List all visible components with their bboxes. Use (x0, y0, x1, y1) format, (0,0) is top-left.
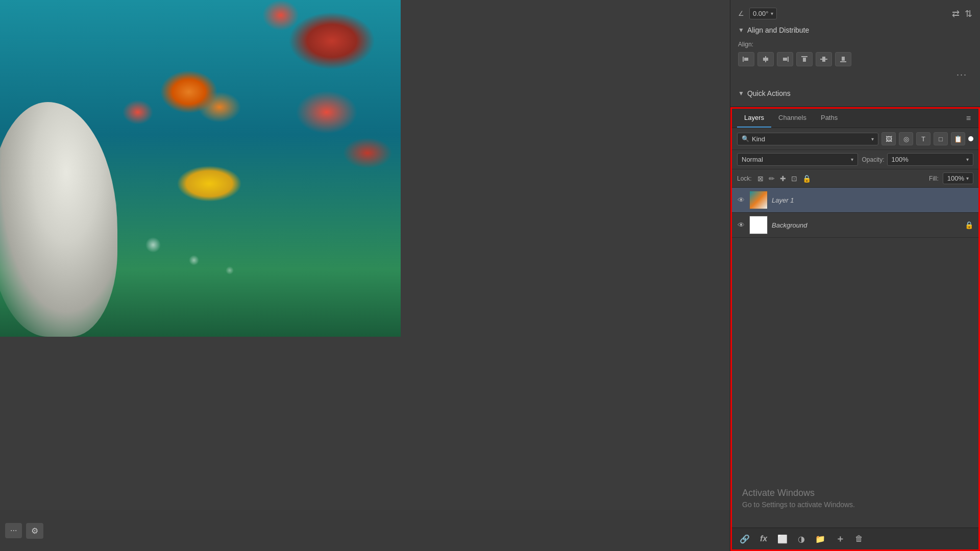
fill-label: Fill: (929, 175, 939, 182)
background-thumbnail (749, 216, 768, 234)
angle-row: ∠ 0.00° ▾ ⇄ ⇅ (730, 5, 980, 22)
filter-kind-text: Kind (752, 135, 765, 143)
angle-value: 0.00° (753, 10, 769, 17)
angle-dropdown-arrow: ▾ (771, 11, 773, 16)
filter-type-button[interactable]: T (916, 132, 930, 145)
align-label: Align: (738, 41, 972, 48)
filter-smartobj-button[interactable]: 📋 (951, 132, 965, 145)
lock-fill-row: Lock: ⊠ ✏ ✚ ⊡ 🔒 Fill: 100% ▾ (732, 169, 978, 188)
blend-mode-dropdown[interactable]: Normal ▾ (737, 153, 858, 166)
filter-adjustment-button[interactable]: ◎ (899, 132, 913, 145)
fill-arrow: ▾ (966, 176, 969, 181)
layer1-visibility-icon[interactable]: 👁 (737, 196, 745, 204)
svg-rect-9 (822, 57, 825, 62)
angle-icon: ∠ (738, 10, 744, 17)
activate-windows-line2: Go to Settings to activate Windows. (742, 500, 855, 509)
blend-mode-arrow: ▾ (851, 157, 853, 162)
new-layer-button[interactable]: ＋ (833, 531, 847, 546)
add-mask-button[interactable]: ⬜ (775, 533, 790, 545)
quick-actions-header[interactable]: ▼ Quick Actions (730, 85, 980, 102)
lock-artboard-button[interactable]: ⊡ (790, 173, 799, 184)
layer1-thumb-image (750, 191, 767, 209)
opacity-value: 100% (892, 156, 909, 163)
tab-paths[interactable]: Paths (814, 109, 845, 128)
layers-list: 👁 Layer 1 👁 Background 🔒 (732, 188, 978, 528)
lock-transparency-button[interactable]: ⊠ (756, 173, 765, 184)
opacity-arrow: ▾ (966, 157, 969, 162)
fill-input[interactable]: 100% ▾ (943, 172, 973, 184)
filter-active-indicator (968, 136, 973, 141)
angle-input[interactable]: 0.00° ▾ (749, 8, 777, 19)
layer-item-background[interactable]: 👁 Background 🔒 (732, 213, 978, 238)
lock-position-button[interactable]: ✚ (778, 173, 788, 184)
filter-kind-dropdown[interactable]: 🔍 Kind ▾ (737, 133, 878, 145)
lock-label: Lock: (737, 175, 752, 182)
svg-rect-0 (743, 57, 744, 62)
background-thumb-image (750, 216, 767, 234)
layer1-thumbnail (749, 191, 768, 209)
align-more-button[interactable]: ··· (951, 68, 972, 81)
flip-horizontal-icon[interactable]: ⇄ (952, 8, 960, 19)
svg-rect-5 (783, 58, 787, 61)
align-left-button[interactable] (738, 52, 754, 66)
activate-windows-watermark: Activate Windows Go to Settings to activ… (742, 488, 855, 509)
tab-layers[interactable]: Layers (737, 109, 771, 128)
layers-bottom-toolbar: 🔗 fx ⬜ ◑ 📁 ＋ 🗑 (732, 528, 978, 549)
svg-rect-6 (801, 56, 807, 57)
properties-panel: ∠ 0.00° ▾ ⇄ ⇅ ▼ Align and Distribute Ali… (730, 0, 980, 107)
svg-rect-1 (744, 58, 748, 61)
layers-panel-menu-button[interactable]: ≡ (964, 111, 973, 126)
background-name: Background (772, 221, 961, 229)
flip-vertical-icon[interactable]: ⇅ (965, 8, 972, 19)
align-distribute-header[interactable]: ▼ Align and Distribute (730, 22, 980, 38)
tab-channels[interactable]: Channels (771, 109, 814, 128)
align-top-button[interactable] (796, 52, 813, 66)
filter-pixel-button[interactable]: 🖼 (881, 132, 896, 145)
opacity-label: Opacity: (862, 156, 885, 163)
fill-value: 100% (947, 174, 964, 182)
lock-image-button[interactable]: ✏ (767, 173, 776, 184)
background-visibility-icon[interactable]: 👁 (737, 221, 745, 229)
link-layers-button[interactable]: 🔗 (737, 533, 752, 545)
canvas-bottom-bar: ··· ⚙ (0, 510, 730, 551)
align-distribute-title: Align and Distribute (747, 26, 809, 34)
lock-icons: ⊠ ✏ ✚ ⊡ 🔒 (756, 173, 813, 184)
svg-rect-7 (803, 58, 806, 62)
quick-actions-chevron: ▼ (738, 90, 744, 97)
svg-rect-3 (763, 58, 768, 61)
layers-panel: Layers Channels Paths ≡ 🔍 Kind ▾ 🖼 ◎ T □… (730, 107, 980, 551)
background-lock-icon: 🔒 (965, 221, 973, 229)
blend-mode-value: Normal (742, 156, 763, 163)
activate-windows-line1: Activate Windows (742, 488, 855, 498)
align-section: Align: (730, 38, 980, 85)
svg-rect-11 (842, 57, 845, 61)
blend-opacity-row: Normal ▾ Opacity: 100% ▾ (732, 150, 978, 169)
align-right-button[interactable] (777, 52, 793, 66)
canvas-ellipsis-button[interactable]: ··· (5, 523, 22, 538)
align-buttons-row (738, 52, 972, 66)
add-adjustment-button[interactable]: ◑ (795, 533, 807, 545)
svg-rect-10 (840, 61, 846, 62)
canvas-area: ··· ⚙ (0, 0, 730, 551)
add-group-button[interactable]: 📁 (813, 533, 828, 545)
filter-icons: 🖼 ◎ T □ 📋 (881, 132, 973, 145)
canvas-image (0, 0, 401, 337)
align-distribute-chevron: ▼ (738, 27, 744, 34)
lock-all-button[interactable]: 🔒 (801, 173, 813, 184)
layer-effects-button[interactable]: fx (757, 533, 770, 545)
delete-layer-button[interactable]: 🗑 (852, 533, 866, 545)
align-bottom-button[interactable] (835, 52, 851, 66)
canvas-settings-button[interactable]: ⚙ (26, 523, 43, 539)
opacity-input[interactable]: 100% ▾ (887, 153, 973, 166)
layer-item-layer1[interactable]: 👁 Layer 1 (732, 188, 978, 213)
align-center-h-button[interactable] (757, 52, 774, 66)
svg-rect-4 (788, 57, 789, 62)
layers-tabs: Layers Channels Paths ≡ (732, 109, 978, 128)
filter-search-icon: 🔍 (742, 135, 749, 142)
quick-actions-title: Quick Actions (747, 89, 791, 97)
layer1-name: Layer 1 (772, 196, 973, 204)
right-panel: ∠ 0.00° ▾ ⇄ ⇅ ▼ Align and Distribute Ali… (730, 0, 980, 551)
align-center-v-button[interactable] (816, 52, 832, 66)
filter-shape-button[interactable]: □ (934, 132, 948, 145)
layers-filter-row: 🔍 Kind ▾ 🖼 ◎ T □ 📋 (732, 128, 978, 150)
